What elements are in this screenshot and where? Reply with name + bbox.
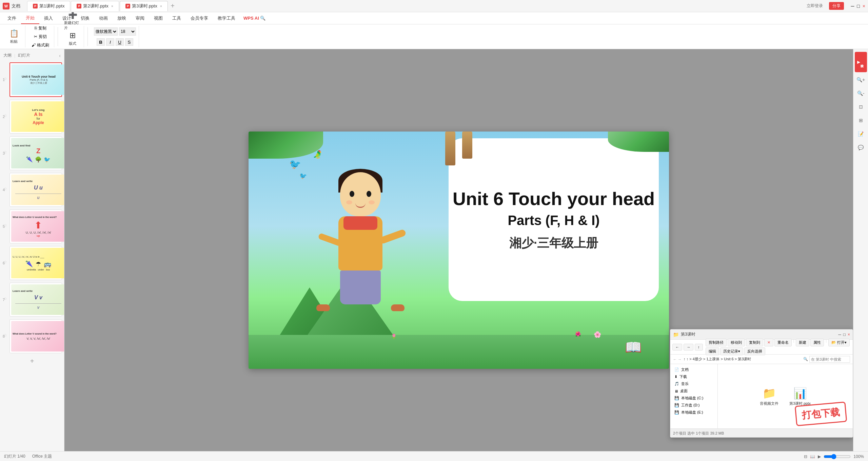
fe-back-btn[interactable]: ← [672, 344, 682, 350]
fe-copy-to-btn[interactable]: 复制到 [746, 339, 763, 346]
comment-btn[interactable]: 💬 [855, 141, 867, 154]
slide-thumb-7[interactable]: Learn and write V v v [9, 283, 62, 317]
reading-view-btn[interactable]: 📖 [810, 454, 815, 459]
login-btn[interactable]: 立即登录 [807, 3, 823, 9]
underline-btn[interactable]: U [116, 38, 124, 46]
fe-min-btn[interactable]: ─ [838, 332, 841, 337]
shadow-btn[interactable]: S [125, 38, 133, 46]
fe-search-icon: 🔍 [803, 357, 808, 361]
italic-btn[interactable]: I [106, 38, 114, 46]
thumb-5-title: What does Letter U sound in the word? [13, 216, 57, 218]
copy-btn[interactable]: ⎘ 复制 [33, 25, 48, 32]
tab-2-close[interactable]: × [111, 4, 113, 8]
fe-item-music[interactable]: 🎵 音乐 [672, 380, 715, 387]
slide-thumb-6[interactable]: U, U, U, /ʌ/, /ʌ/, /ʌ/ U is in ___ 🌂 ☂ 🚌… [9, 246, 62, 280]
slide-thumb-4[interactable]: Learn and write U u u [9, 173, 62, 207]
tab-1[interactable]: P 第1课时.pptx [27, 1, 70, 11]
tab-3-close[interactable]: × [160, 4, 162, 8]
ribbon-tab-review[interactable]: 审阅 [131, 12, 149, 24]
wps-ai-button[interactable]: WPS AI 🔍 [240, 16, 269, 21]
add-slide-btn[interactable]: + [2, 356, 62, 366]
ribbon-tab-teach[interactable]: 教学工具 [213, 12, 240, 24]
fe-max-btn[interactable]: □ [843, 332, 846, 337]
fe-close-btn[interactable]: × [848, 332, 850, 337]
bold-btn[interactable]: B [97, 38, 105, 46]
sidebar-collapse-btn[interactable]: ‹ [59, 53, 61, 58]
fe-history-btn[interactable]: 历史记录▾ [720, 347, 743, 355]
slide-thumb-5[interactable]: What does Letter U sound in the word? ⬆ … [9, 209, 62, 243]
grid-btn[interactable]: ⊞ [855, 114, 867, 126]
fe-item-downloads[interactable]: ⬇ 下载 [672, 373, 715, 380]
ribbon-tab-members[interactable]: 会员专享 [186, 12, 213, 24]
paste-btn[interactable]: 📋 粘贴 [5, 27, 22, 46]
fe-select-btn[interactable]: 反向选择 [744, 347, 765, 355]
fe-item-disk-d[interactable]: 💾 工作盘 (D:) [672, 402, 715, 409]
slide-star-6[interactable]: ☆ [3, 260, 7, 264]
normal-view-btn[interactable]: ⊟ [804, 454, 807, 459]
slide-thumb-3[interactable]: Look and find Z 🌂 🌳 🐦 [9, 136, 62, 170]
slideshow-view-btn[interactable]: ▶ [818, 454, 821, 459]
ribbon-tab-start[interactable]: 开始 [21, 12, 39, 24]
fe-edit-btn[interactable]: 编辑 [706, 347, 719, 355]
outline-tab[interactable]: 大纲 [3, 53, 12, 58]
font-size-select[interactable]: 18 [119, 27, 136, 36]
fe-delete-btn[interactable]: ✕ [764, 339, 773, 346]
font-family-select[interactable]: 微软雅黑 [94, 27, 118, 36]
tabs-bar: P 第1课时.pptx P 第2课时.pptx × P 第3课时.pptx × … [27, 1, 807, 11]
fe-cut-path-btn[interactable]: 剪制路径 [706, 339, 727, 346]
slide-star-8[interactable]: ☆ [3, 333, 7, 338]
maximize-btn[interactable]: □ [857, 3, 860, 9]
fe-item-disk-c[interactable]: 💾 本地磁盘 (C:) [672, 395, 715, 402]
ribbon-tab-view[interactable]: 视图 [149, 12, 167, 24]
ribbon-tab-file[interactable]: 文件 [3, 12, 21, 24]
minimize-btn[interactable]: ─ [851, 3, 854, 9]
fe-open-btn[interactable]: 📂 打开▾ [828, 339, 850, 346]
tab-3[interactable]: P 第3课时.pptx × [120, 1, 168, 11]
layout-btn[interactable]: ⊞ 版式 [64, 31, 81, 46]
fe-pptx-icon: 📊 [793, 387, 807, 400]
fe-new-folder-btn[interactable]: 新建 [796, 339, 809, 346]
format-painter-btn[interactable]: 🖌 格式刷 [29, 42, 51, 49]
ribbon-tab-animation[interactable]: 动画 [94, 12, 113, 24]
slide-star-2[interactable]: ☆ [3, 113, 7, 118]
slide-star-4[interactable]: ☆ [3, 186, 7, 191]
zoom-in-btn[interactable]: 🔍+ [855, 74, 867, 86]
zoom-out-btn[interactable]: 🔍- [855, 87, 867, 99]
share-btn[interactable]: 分享 [829, 2, 844, 10]
notes-panel-btn[interactable]: 📝 [855, 128, 867, 140]
fit-page-btn[interactable]: ⊡ [855, 101, 867, 113]
slide-thumb-8[interactable]: What does Letter V sound in the word? V,… [9, 319, 62, 353]
fe-folder-item[interactable]: 📁 音视频文件 [757, 384, 781, 409]
slide-star-5[interactable]: ☆ [3, 223, 7, 228]
close-btn[interactable]: × [863, 3, 865, 9]
fe-move-to-btn[interactable]: 移动到 [728, 339, 745, 346]
fe-rename-btn[interactable]: 重命名 [774, 339, 792, 346]
fe-item-disk-e[interactable]: 💾 本地磁盘 (E:) [672, 409, 715, 416]
thumb-3-title: Look and find [13, 144, 30, 147]
ribbon-group-clipboard: ⎘ 复制 ✂ 剪切 🖌 格式刷 [27, 26, 54, 47]
fe-search-input[interactable] [809, 356, 850, 363]
tab-2-icon: P [77, 4, 81, 8]
slide-star-1[interactable]: ☆ [3, 76, 7, 81]
fe-forward-btn[interactable]: → [684, 344, 693, 350]
zoom-slider[interactable] [824, 454, 851, 459]
fe-properties-btn[interactable]: 属性 [810, 339, 824, 346]
cut-btn[interactable]: ✂ 剪切 [32, 33, 49, 40]
slide-star-3[interactable]: ☆ [3, 150, 7, 155]
fe-up-btn[interactable]: ↑ [695, 344, 703, 350]
ribbon-tab-tools[interactable]: 工具 [167, 12, 186, 24]
ribbon-tab-insert[interactable]: 插入 [39, 12, 58, 24]
slide-thumb-1[interactable]: Unit 6 Touch your head Parts (F, H & I) … [9, 62, 62, 97]
slide-thumb-2[interactable]: Let's sing A Is for Apple [9, 100, 62, 134]
new-tab-btn[interactable]: + [171, 2, 175, 10]
slides-tab[interactable]: 幻灯片 [18, 53, 30, 58]
main-slide[interactable]: 🐦 🦜 🐦 Unit 6 Touch your head Parts (F, H… [249, 132, 669, 369]
fe-item-desktop[interactable]: 🖥 桌面 [672, 387, 715, 395]
tab-2-label: 第2课时.pptx [83, 3, 108, 9]
ribbon-tab-playback[interactable]: 放映 [113, 12, 131, 24]
start-presentation-btn[interactable]: ▶ 放映 [855, 52, 867, 72]
new-slide-btn[interactable]: ➕ 新建幻灯片 [64, 11, 81, 30]
fe-item-docs[interactable]: 📄 文档 [672, 366, 715, 373]
slide-star-7[interactable]: ☆ [3, 296, 7, 301]
tab-2[interactable]: P 第2课时.pptx × [71, 1, 119, 11]
